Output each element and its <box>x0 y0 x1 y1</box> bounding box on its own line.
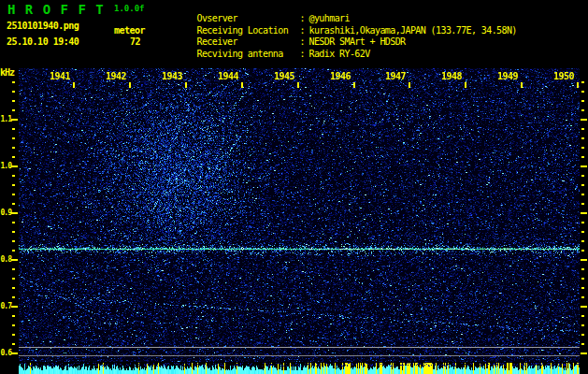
axis-tick <box>12 240 15 242</box>
time-axis-label: 1950 <box>553 71 574 81</box>
axis-tick <box>581 212 587 214</box>
axis-tick <box>11 352 18 354</box>
time-axis-label: 1944 <box>218 71 238 81</box>
output-filename-label: 2510101940.png <box>7 21 79 31</box>
axis-tick <box>12 100 15 102</box>
axis-tick <box>581 100 584 102</box>
axis-tick <box>12 91 15 93</box>
axis-tick <box>581 278 584 280</box>
axis-tick <box>12 81 15 83</box>
freq-axis-label: 0.9 <box>0 209 11 218</box>
axis-tick <box>581 156 584 158</box>
axis-tick <box>581 184 584 186</box>
freq-axis-label: 1.1 <box>0 115 11 124</box>
axis-tick <box>581 222 584 223</box>
axis-tick <box>581 324 584 326</box>
time-axis-label: 1945 <box>274 71 294 81</box>
axis-tick <box>581 119 587 121</box>
activity-bar-canvas <box>19 363 580 374</box>
time-axis-label: 1947 <box>385 71 406 81</box>
axis-tick <box>581 137 584 139</box>
axis-tick <box>12 231 15 233</box>
time-axis-label: 1948 <box>441 71 462 81</box>
info-row-antenna: Recviving antenna:Radix RY-62V <box>166 38 370 69</box>
freq-unit-label: kHz <box>0 67 14 78</box>
axis-tick <box>12 203 15 205</box>
axis-tick <box>12 175 15 177</box>
info-value: Radix RY-62V <box>309 49 370 59</box>
axis-tick <box>12 278 15 280</box>
axis-tick <box>581 147 584 149</box>
info-label: Recviving antenna <box>197 49 300 59</box>
axis-tick <box>11 165 18 167</box>
axis-tick <box>12 324 15 326</box>
axis-tick <box>581 165 587 167</box>
axis-tick <box>12 128 15 130</box>
info-separator: : <box>300 49 309 59</box>
axis-tick <box>11 259 18 261</box>
axis-tick <box>581 81 584 83</box>
axis-tick <box>12 137 15 139</box>
axis-tick <box>12 184 15 186</box>
freq-axis-label: 0.8 <box>0 255 11 265</box>
time-axis-label: 1949 <box>497 71 518 81</box>
axis-tick <box>581 194 584 195</box>
axis-tick <box>581 91 584 93</box>
version-label: 1.0.0f <box>114 4 145 13</box>
time-axis-label: 1946 <box>330 71 351 81</box>
axis-tick <box>581 240 584 242</box>
axis-tick <box>12 194 15 195</box>
time-axis-label: 1943 <box>162 71 182 81</box>
axis-tick <box>12 287 15 289</box>
axis-tick <box>581 343 584 345</box>
axis-tick <box>581 250 584 252</box>
axis-tick <box>581 203 584 205</box>
axis-tick <box>12 296 15 298</box>
axis-tick <box>581 296 584 298</box>
observation-mode-label: meteor <box>114 25 145 36</box>
axis-tick <box>581 352 587 354</box>
axis-tick <box>12 315 15 317</box>
axis-tick <box>12 250 15 252</box>
axis-tick <box>581 315 584 317</box>
echo-count-label: 72 <box>130 36 140 47</box>
axis-tick <box>12 147 15 149</box>
hrofft-spectrogram-screenshot: H R O F F T 1.0.0f 2510101940.png meteor… <box>0 0 588 374</box>
freq-axis-label: 0.6 <box>0 349 11 358</box>
axis-tick <box>12 334 15 336</box>
axis-tick <box>581 231 584 233</box>
axis-tick <box>581 259 587 261</box>
axis-tick <box>11 119 18 121</box>
freq-axis-label: 1.0 <box>0 162 11 171</box>
spectrogram-canvas <box>19 68 580 362</box>
axis-tick <box>11 212 18 214</box>
axis-tick <box>581 128 584 130</box>
axis-tick <box>12 343 15 345</box>
app-title: H R O F F T <box>7 2 105 17</box>
time-axis-label: 1941 <box>50 71 70 81</box>
axis-tick <box>12 268 15 270</box>
axis-tick <box>581 175 584 177</box>
datetime-label: 25.10.10 19:40 <box>7 36 79 47</box>
axis-tick <box>581 109 584 111</box>
axis-tick <box>581 334 584 336</box>
axis-tick <box>581 287 584 289</box>
axis-tick <box>11 306 18 308</box>
axis-tick <box>581 268 584 270</box>
axis-tick <box>581 306 587 308</box>
freq-axis-label: 0.7 <box>0 302 11 311</box>
axis-tick <box>12 156 15 158</box>
axis-tick <box>12 222 15 223</box>
axis-tick <box>12 109 15 111</box>
time-axis-label: 1942 <box>106 71 126 81</box>
